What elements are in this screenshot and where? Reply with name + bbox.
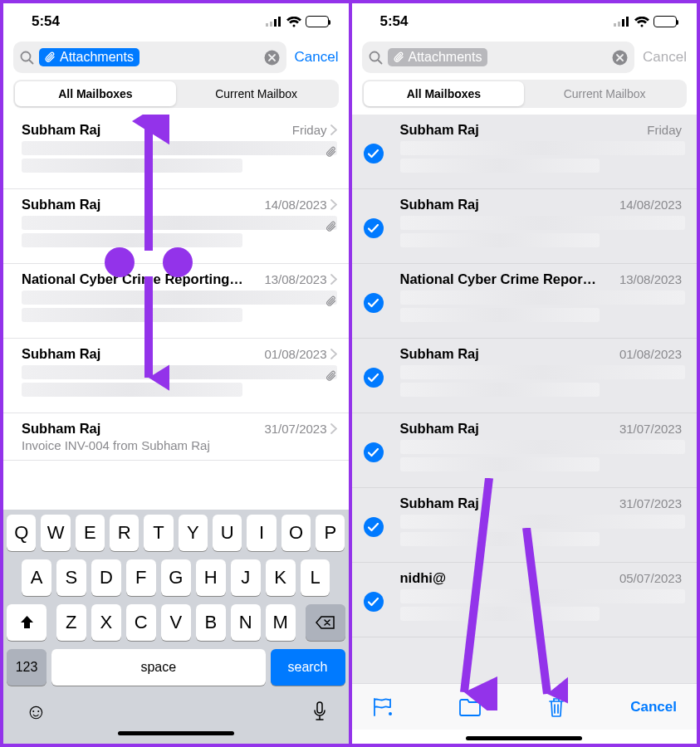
- key-d[interactable]: D: [91, 559, 121, 596]
- chip-label: Attachments: [409, 50, 482, 65]
- email-row[interactable]: Subham Raj Friday: [3, 115, 349, 189]
- cancel-selection-button[interactable]: Cancel: [630, 699, 677, 715]
- dictation-key[interactable]: [312, 701, 327, 723]
- selection-checkmark[interactable]: [364, 592, 384, 612]
- email-row[interactable]: Subham Raj 14/08/2023: [3, 189, 349, 264]
- clear-icon: [612, 50, 628, 66]
- search-key[interactable]: search: [271, 649, 345, 686]
- trash-button[interactable]: [547, 696, 565, 718]
- segment-all-mailboxes[interactable]: All Mailboxes: [15, 81, 176, 106]
- key-z[interactable]: Z: [56, 604, 86, 641]
- email-preview-redacted: [22, 233, 242, 247]
- email-date: 14/08/2023: [264, 198, 326, 212]
- emoji-key[interactable]: ☺: [25, 699, 47, 725]
- key-y[interactable]: Y: [179, 515, 208, 551]
- email-list-selection[interactable]: Subham Raj Friday Subham Raj 14/08/2023 …: [352, 115, 698, 683]
- email-preview-redacted: [400, 589, 686, 603]
- selection-checkmark[interactable]: [364, 368, 384, 388]
- email-row[interactable]: National Cyber Crime Repor… 13/08/2023: [352, 264, 698, 339]
- segment-current-mailbox[interactable]: Current Mailbox: [176, 81, 337, 106]
- clear-search-button[interactable]: [612, 50, 628, 66]
- key-f[interactable]: F: [126, 559, 156, 596]
- home-indicator[interactable]: [118, 731, 234, 735]
- email-preview-redacted: [400, 233, 600, 247]
- check-icon: [368, 448, 379, 457]
- key-b[interactable]: B: [196, 604, 226, 641]
- key-t[interactable]: T: [144, 515, 173, 551]
- email-row[interactable]: nidhi@ 05/07/2023: [352, 563, 698, 637]
- sender-name: nidhi@: [400, 570, 619, 586]
- backspace-icon: [316, 615, 335, 630]
- key-o[interactable]: O: [281, 515, 311, 551]
- key-p[interactable]: P: [316, 515, 345, 551]
- selection-checkmark[interactable]: [364, 144, 384, 164]
- key-w[interactable]: W: [41, 515, 70, 551]
- email-date: 13/08/2023: [619, 272, 682, 286]
- chip-label: Attachments: [60, 50, 134, 65]
- key-m[interactable]: M: [266, 604, 296, 641]
- key-q[interactable]: Q: [7, 515, 36, 551]
- search-icon: [20, 51, 34, 65]
- selection-checkmark[interactable]: [364, 442, 384, 462]
- search-row: Attachments Cancel: [352, 40, 698, 80]
- svg-line-5: [30, 60, 33, 63]
- email-row[interactable]: Subham Raj 31/07/2023: [352, 488, 698, 563]
- key-r[interactable]: R: [110, 515, 139, 551]
- mark-button[interactable]: [372, 697, 394, 717]
- email-row[interactable]: Subham Raj Friday: [352, 115, 698, 189]
- check-icon: [368, 598, 379, 607]
- selection-checkmark[interactable]: [364, 293, 384, 313]
- svg-point-19: [389, 712, 392, 715]
- email-row[interactable]: Subham Raj 01/08/2023: [352, 339, 698, 413]
- email-row[interactable]: Subham Raj 14/08/2023: [352, 189, 698, 264]
- shift-key[interactable]: [7, 604, 47, 641]
- key-a[interactable]: A: [22, 559, 51, 596]
- email-row[interactable]: National Cyber Crime Reporting… 13/08/20…: [3, 264, 349, 339]
- search-chip-attachments[interactable]: Attachments: [39, 48, 140, 66]
- keyboard[interactable]: QWERTYUIOP ASDFGHJKL ZXCVBNM 123 space s…: [3, 510, 349, 744]
- segmented-control[interactable]: All Mailboxes Current Mailbox: [362, 80, 688, 108]
- home-indicator[interactable]: [466, 736, 582, 740]
- search-box[interactable]: Attachments: [362, 42, 635, 73]
- clear-search-button[interactable]: [264, 50, 280, 66]
- sender-name: Subham Raj: [22, 197, 264, 212]
- key-c[interactable]: C: [126, 604, 156, 641]
- battery-level: 86: [318, 17, 327, 27]
- email-list[interactable]: Subham Raj Friday Subham Raj 14/08/2023 …: [3, 115, 349, 510]
- backspace-key[interactable]: [306, 604, 345, 641]
- email-row[interactable]: Subham Raj 31/07/2023: [352, 413, 698, 488]
- key-h[interactable]: H: [196, 559, 226, 596]
- email-row[interactable]: Subham Raj 31/07/2023 Invoice INV-004 fr…: [3, 413, 349, 461]
- sender-name: National Cyber Crime Repor…: [400, 271, 619, 287]
- key-g[interactable]: G: [161, 559, 191, 596]
- numeric-key[interactable]: 123: [7, 649, 47, 686]
- segment-all-mailboxes[interactable]: All Mailboxes: [364, 81, 525, 106]
- selection-checkmark[interactable]: [364, 218, 384, 238]
- space-key[interactable]: space: [51, 649, 266, 686]
- key-x[interactable]: X: [91, 604, 121, 641]
- email-preview-redacted: [22, 308, 242, 322]
- key-n[interactable]: N: [231, 604, 261, 641]
- key-i[interactable]: I: [247, 515, 276, 551]
- email-preview-redacted: [400, 216, 686, 230]
- chevron-right-icon: [330, 124, 337, 135]
- cancel-search-link[interactable]: Cancel: [295, 49, 339, 66]
- cancel-search-link: Cancel: [643, 49, 687, 66]
- key-k[interactable]: K: [266, 559, 296, 596]
- svg-rect-12: [622, 19, 624, 27]
- email-row[interactable]: Subham Raj 01/08/2023: [3, 339, 349, 413]
- segment-current-mailbox[interactable]: Current Mailbox: [524, 81, 685, 106]
- segmented-control[interactable]: All Mailboxes Current Mailbox: [13, 80, 339, 108]
- move-button[interactable]: [458, 698, 482, 716]
- key-v[interactable]: V: [161, 604, 191, 641]
- check-icon: [368, 224, 379, 233]
- email-preview-redacted: [22, 290, 337, 305]
- key-u[interactable]: U: [213, 515, 242, 551]
- key-l[interactable]: L: [301, 559, 330, 596]
- key-s[interactable]: S: [56, 559, 86, 596]
- selection-checkmark[interactable]: [364, 517, 384, 537]
- search-box[interactable]: Attachments: [13, 42, 286, 73]
- key-e[interactable]: E: [76, 515, 105, 551]
- key-j[interactable]: J: [231, 559, 261, 596]
- search-chip-attachments[interactable]: Attachments: [388, 48, 488, 66]
